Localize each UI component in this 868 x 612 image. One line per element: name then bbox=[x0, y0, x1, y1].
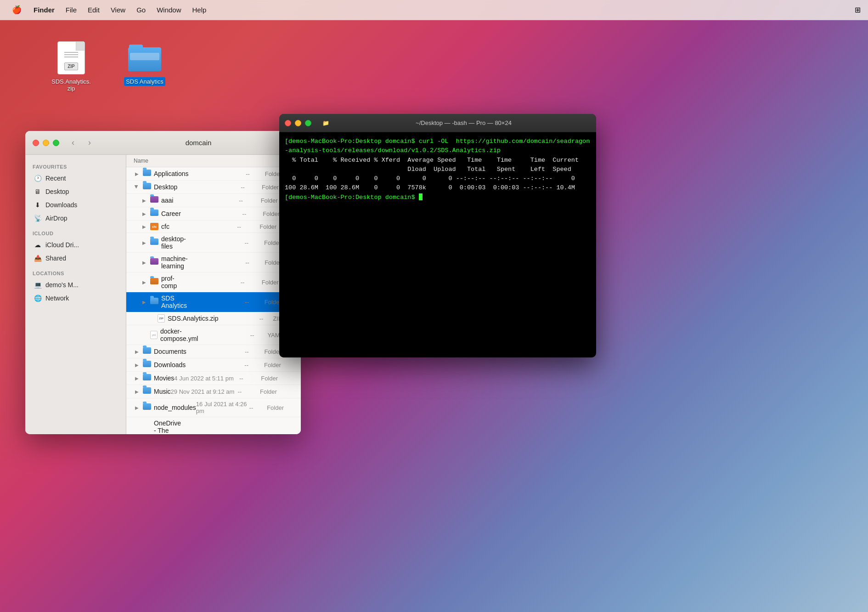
finder-content: Favourites 🕐 Recent 🖥 Desktop ⬇ Download… bbox=[25, 155, 301, 434]
expand-arrow-desktop-files[interactable]: ▶ bbox=[141, 239, 147, 246]
expand-arrow-music[interactable]: ▶ bbox=[134, 388, 140, 395]
file-size-music: -- bbox=[237, 388, 260, 395]
folder-icon-node bbox=[143, 403, 151, 412]
file-name-docs: Documents bbox=[154, 348, 186, 355]
terminal-body[interactable]: [demos-MacBook-Pro:Desktop domcain$ curl… bbox=[279, 132, 596, 357]
col-header-size bbox=[227, 158, 254, 164]
expand-arrow-prof[interactable]: ▶ bbox=[141, 279, 147, 285]
menubar-view[interactable]: View bbox=[105, 4, 131, 16]
sidebar-item-shared[interactable]: 📤 Shared bbox=[28, 252, 123, 265]
expand-arrow-desktop[interactable]: ▶ bbox=[134, 184, 140, 190]
file-size-node: -- bbox=[249, 404, 267, 411]
forward-button[interactable]: › bbox=[83, 136, 96, 149]
expand-arrow-movies[interactable]: ▶ bbox=[134, 375, 140, 381]
folder-icon-desktop bbox=[143, 183, 151, 191]
minimize-button[interactable] bbox=[43, 140, 49, 146]
file-name-aaai: aaai bbox=[161, 197, 173, 204]
file-row-cfc[interactable]: ▶ cfc cfc -- Folder bbox=[126, 221, 301, 233]
back-button[interactable]: ‹ bbox=[67, 136, 79, 149]
file-name-onedrive: OneDrive - The University of Western Aus… bbox=[154, 419, 182, 434]
sidebar-section-icloud: iCloud bbox=[25, 225, 126, 238]
desktop-icon-zip[interactable]: ZIP SDS.Analytics.zip bbox=[48, 41, 94, 93]
file-row-sds-zip[interactable]: ZIP SDS.Analytics.zip -- ZIP bbox=[126, 312, 301, 325]
file-row-documents[interactable]: ▶ Documents -- Folder bbox=[126, 345, 301, 358]
expand-arrow[interactable]: ▶ bbox=[134, 170, 140, 177]
file-row-docker[interactable]: yml docker-compose.yml -- YAML bbox=[126, 325, 301, 345]
sidebar-item-downloads[interactable]: ⬇ Downloads bbox=[28, 198, 123, 211]
expand-arrow-docs[interactable]: ▶ bbox=[134, 348, 140, 355]
terminal-close-button[interactable] bbox=[285, 120, 291, 126]
expand-arrow-aaai[interactable]: ▶ bbox=[141, 197, 147, 204]
control-center-icon[interactable]: ⊞ bbox=[855, 6, 861, 14]
file-kind-movies: Folder bbox=[261, 375, 293, 382]
folder-icon-applications bbox=[143, 170, 151, 178]
file-size-applications: -- bbox=[246, 170, 265, 177]
menubar: 🍎 Finder File Edit View Go Window Help ⊞ bbox=[0, 0, 868, 20]
file-size-ml: -- bbox=[245, 259, 265, 266]
file-row-desktop[interactable]: ▶ Desktop -- Folder bbox=[126, 181, 301, 194]
file-size-aaai: -- bbox=[239, 197, 261, 204]
file-row-onedrive[interactable]: ▶ OneDrive - The University of Western A… bbox=[126, 417, 301, 434]
file-size-downloads: -- bbox=[244, 362, 264, 368]
expand-arrow-sds-zip bbox=[148, 315, 155, 322]
sidebar-item-icloud[interactable]: ☁ iCloud Dri... bbox=[28, 238, 123, 251]
network-icon: 🌐 bbox=[34, 294, 42, 302]
file-row-career[interactable]: ▶ Career -- Folder bbox=[126, 207, 301, 221]
terminal-maximize-button[interactable] bbox=[305, 120, 311, 126]
menubar-edit[interactable]: Edit bbox=[82, 4, 105, 16]
icloud-icon: ☁ bbox=[34, 241, 42, 249]
file-size-desktop: -- bbox=[241, 184, 262, 191]
sidebar-item-network[interactable]: 🌐 Network bbox=[28, 292, 123, 305]
terminal-folder-icon: 📁 bbox=[322, 120, 329, 126]
expand-arrow-cfc[interactable]: ▶ bbox=[141, 223, 147, 230]
sidebar-item-desktop[interactable]: 🖥 Desktop bbox=[28, 185, 123, 198]
desktop-icon-sidebar: 🖥 bbox=[34, 187, 42, 196]
file-name-desktop-files: desktop-files bbox=[161, 235, 186, 250]
file-row-downloads[interactable]: ▶ Downloads -- Folder bbox=[126, 358, 301, 372]
finder-titlebar: ‹ › domcain bbox=[25, 131, 301, 155]
menubar-finder[interactable]: Finder bbox=[28, 4, 60, 16]
sidebar-label-shared: Shared bbox=[45, 255, 66, 262]
sidebar-label-icloud: iCloud Dri... bbox=[45, 241, 79, 249]
menubar-file[interactable]: File bbox=[60, 4, 82, 16]
sidebar-label-recent: Recent bbox=[45, 175, 66, 182]
file-size-docs: -- bbox=[245, 348, 264, 355]
file-size-career: -- bbox=[242, 210, 263, 217]
file-name-music: Music bbox=[154, 388, 171, 395]
sidebar-item-airdrop[interactable]: 📡 AirDrop bbox=[28, 212, 123, 225]
apple-menu[interactable]: 🍎 bbox=[7, 3, 26, 17]
file-row-music[interactable]: ▶ Music 29 Nov 2021 at 9:12 am -- Folder bbox=[126, 385, 301, 398]
sidebar-item-demos-mac[interactable]: 💻 demo's M... bbox=[28, 278, 123, 291]
menubar-help[interactable]: Help bbox=[187, 4, 212, 16]
file-row-applications[interactable]: ▶ Applications -- Folder bbox=[126, 167, 301, 181]
file-kind-music: Folder bbox=[260, 388, 293, 395]
expand-arrow-downloads[interactable]: ▶ bbox=[134, 362, 140, 368]
sidebar-item-recent[interactable]: 🕐 Recent bbox=[28, 172, 123, 185]
expand-arrow-ml[interactable]: ▶ bbox=[141, 259, 147, 266]
expand-arrow-sds[interactable]: ▶ bbox=[141, 299, 147, 305]
menubar-go[interactable]: Go bbox=[131, 4, 151, 16]
finder-title: domcain bbox=[103, 139, 293, 147]
expand-arrow-career[interactable]: ▶ bbox=[141, 210, 147, 217]
folder-icon-downloads bbox=[143, 361, 151, 369]
file-row-desktop-files[interactable]: ▶ desktop-files -- Folder bbox=[126, 233, 301, 253]
close-button[interactable] bbox=[33, 140, 39, 146]
file-kind-downloads: Folder bbox=[264, 362, 293, 368]
folder-icon-desktop-files bbox=[150, 238, 158, 247]
menubar-window[interactable]: Window bbox=[151, 4, 186, 16]
file-row-aaai[interactable]: ▶ aaai -- Folder bbox=[126, 194, 301, 207]
file-row-machine-learning[interactable]: ▶ machine-learning -- Folder bbox=[126, 253, 301, 272]
folder-icon-career bbox=[150, 210, 158, 218]
file-row-movies[interactable]: ▶ Movies 4 Jun 2022 at 5:11 pm -- Folder bbox=[126, 372, 301, 385]
file-date-node: 16 Jul 2021 at 4:26 pm bbox=[196, 401, 249, 414]
file-row-node-modules[interactable]: ▶ node_modules 16 Jul 2021 at 4:26 pm --… bbox=[126, 398, 301, 417]
file-row-sds-analytics[interactable]: ▶ SDS Analytics -- Folder bbox=[126, 292, 301, 312]
terminal-minimize-button[interactable] bbox=[295, 120, 301, 126]
file-row-prof-comp[interactable]: ▶ prof-comp -- Folder bbox=[126, 272, 301, 292]
desktop-icon-folder[interactable]: SDS Analytics bbox=[122, 41, 168, 86]
expand-arrow-node[interactable]: ▶ bbox=[134, 404, 140, 411]
terminal-titlebar: 📁 ~/Desktop — -bash — Pro — 80×24 bbox=[279, 114, 596, 132]
maximize-button[interactable] bbox=[53, 140, 59, 146]
folder-icon-sds bbox=[150, 298, 158, 306]
col-header-date bbox=[148, 158, 227, 164]
